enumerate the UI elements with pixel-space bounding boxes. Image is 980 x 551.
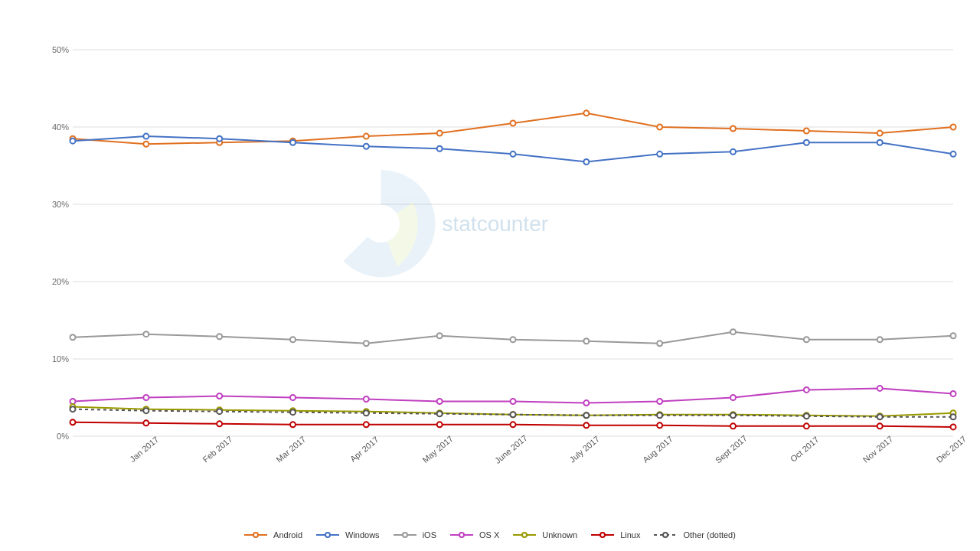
legend-label-android: Android xyxy=(273,530,302,540)
svg-point-35 xyxy=(730,126,736,132)
svg-point-32 xyxy=(511,120,516,126)
svg-point-63 xyxy=(877,337,883,342)
svg-point-93 xyxy=(217,421,222,426)
svg-point-70 xyxy=(437,399,443,404)
svg-point-67 xyxy=(217,393,222,399)
svg-point-66 xyxy=(143,395,149,400)
svg-point-51 xyxy=(951,152,956,157)
svg-point-108 xyxy=(364,410,369,416)
svg-point-33 xyxy=(583,110,589,116)
svg-point-98 xyxy=(583,422,589,428)
svg-text:40%: 40% xyxy=(52,122,69,132)
legend-item-ios: iOS xyxy=(394,530,436,540)
svg-point-50 xyxy=(877,140,883,145)
svg-point-100 xyxy=(730,423,736,429)
legend-label-osx: OS X xyxy=(479,530,499,540)
svg-point-12 xyxy=(362,205,400,243)
svg-text:statcounter: statcounter xyxy=(443,212,549,236)
svg-point-39 xyxy=(70,139,76,144)
svg-point-36 xyxy=(804,129,809,134)
svg-point-53 xyxy=(143,331,149,337)
svg-point-49 xyxy=(804,140,809,145)
chart-container: 0%10%20%30%40%50%statcounterJan 2017Feb … xyxy=(0,0,980,551)
svg-point-45 xyxy=(511,152,516,157)
svg-text:May 2017: May 2017 xyxy=(420,434,455,465)
svg-point-46 xyxy=(583,159,589,165)
svg-point-114 xyxy=(804,413,809,419)
legend-label-unknown: Unknown xyxy=(542,530,577,540)
svg-point-116 xyxy=(951,414,956,419)
svg-point-97 xyxy=(511,422,516,427)
svg-text:Sept 2017: Sept 2017 xyxy=(714,433,749,465)
svg-text:Oct 2017: Oct 2017 xyxy=(789,435,821,464)
svg-text:July 2017: July 2017 xyxy=(567,434,601,464)
svg-point-109 xyxy=(437,411,443,416)
svg-point-115 xyxy=(877,414,883,419)
legend-item-osx: OS X xyxy=(450,530,499,540)
svg-text:0%: 0% xyxy=(57,432,69,441)
svg-text:Jan 2017: Jan 2017 xyxy=(128,435,160,464)
legend-label-other: Other (dotted) xyxy=(683,530,735,540)
svg-text:50%: 50% xyxy=(52,45,69,54)
svg-text:Nov 2017: Nov 2017 xyxy=(861,434,895,464)
legend-item-android: Android xyxy=(244,530,302,540)
svg-point-92 xyxy=(143,420,149,425)
svg-text:20%: 20% xyxy=(52,277,69,286)
svg-text:10%: 10% xyxy=(52,354,69,364)
svg-point-47 xyxy=(657,152,662,157)
svg-point-75 xyxy=(804,387,809,393)
svg-point-99 xyxy=(657,422,662,428)
svg-point-107 xyxy=(290,409,296,415)
svg-point-113 xyxy=(730,412,736,418)
legend-item-other: Other (dotted) xyxy=(654,530,735,540)
svg-point-30 xyxy=(364,134,369,139)
svg-point-112 xyxy=(657,412,662,418)
chart-svg: 0%10%20%30%40%50%statcounterJan 2017Feb … xyxy=(42,42,965,474)
legend-item-unknown: Unknown xyxy=(513,530,577,540)
legend-label-linux: Linux xyxy=(620,530,640,540)
svg-point-65 xyxy=(70,399,76,404)
svg-text:Dec 2017: Dec 2017 xyxy=(935,434,965,464)
svg-point-31 xyxy=(437,131,443,136)
svg-point-37 xyxy=(877,131,883,136)
svg-point-72 xyxy=(583,400,589,406)
svg-text:Apr 2017: Apr 2017 xyxy=(348,435,381,464)
legend-item-linux: Linux xyxy=(591,530,640,540)
svg-point-68 xyxy=(290,395,296,400)
chart-legend: AndroidWindowsiOSOS XUnknownLinuxOther (… xyxy=(0,530,980,540)
svg-point-102 xyxy=(877,423,883,429)
svg-point-95 xyxy=(364,422,369,427)
svg-point-69 xyxy=(364,396,369,402)
svg-point-60 xyxy=(657,341,662,346)
svg-point-44 xyxy=(437,146,443,152)
svg-point-104 xyxy=(70,406,76,412)
svg-text:Aug 2017: Aug 2017 xyxy=(641,434,675,464)
svg-point-110 xyxy=(511,412,516,417)
svg-point-41 xyxy=(217,136,222,142)
svg-point-38 xyxy=(951,125,956,130)
svg-point-57 xyxy=(437,333,443,338)
svg-point-61 xyxy=(730,329,736,334)
svg-point-40 xyxy=(143,134,149,139)
svg-text:30%: 30% xyxy=(52,200,69,209)
svg-point-74 xyxy=(730,395,736,400)
svg-point-34 xyxy=(657,125,662,130)
svg-point-54 xyxy=(217,334,222,339)
svg-text:Mar 2017: Mar 2017 xyxy=(274,434,307,464)
svg-point-71 xyxy=(511,399,516,404)
svg-text:June 2017: June 2017 xyxy=(493,433,529,465)
svg-point-58 xyxy=(511,337,516,342)
svg-point-56 xyxy=(364,341,369,346)
svg-point-91 xyxy=(70,419,76,425)
svg-point-103 xyxy=(951,424,956,429)
legend-label-windows: Windows xyxy=(345,530,380,540)
chart-title xyxy=(0,0,980,8)
svg-point-62 xyxy=(804,337,809,342)
svg-point-48 xyxy=(730,149,736,155)
svg-point-43 xyxy=(364,144,369,149)
svg-point-59 xyxy=(583,338,589,344)
svg-point-76 xyxy=(877,386,883,391)
legend-label-ios: iOS xyxy=(423,530,436,540)
svg-point-94 xyxy=(290,422,296,427)
legend-item-windows: Windows xyxy=(316,530,380,540)
